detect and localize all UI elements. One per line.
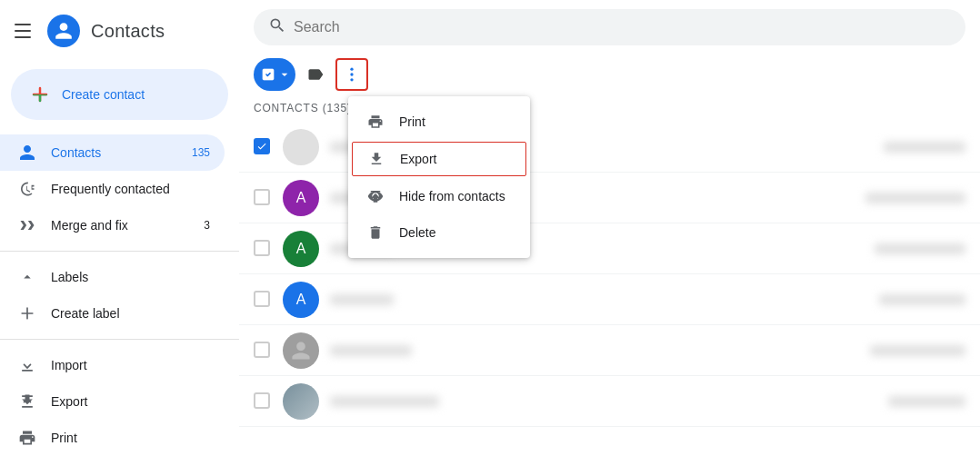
- avatar: [283, 332, 319, 369]
- checkbox[interactable]: [254, 240, 272, 258]
- contact-info: [330, 345, 859, 356]
- avatar: A: [283, 282, 319, 318]
- plus-icon: [29, 84, 51, 105]
- export-icon: [18, 392, 36, 411]
- sidebar-item-frequently-label: Frequently contacted: [51, 182, 170, 196]
- table-row[interactable]: [239, 376, 980, 427]
- history-icon: [18, 180, 36, 198]
- checkbox[interactable]: [254, 342, 272, 360]
- labels-label: Labels: [51, 270, 88, 284]
- hide-menu-label: Hide from contacts: [399, 189, 505, 203]
- delete-menu-label: Delete: [399, 225, 435, 240]
- person-icon: [18, 144, 36, 162]
- add-icon: [18, 304, 36, 322]
- sidebar-item-contacts-label: Contacts: [51, 145, 101, 160]
- print-menu-icon: [366, 113, 385, 131]
- search-input[interactable]: [294, 19, 951, 35]
- contact-name: [330, 294, 394, 305]
- create-contact-label: Create contact: [62, 87, 145, 102]
- menu-item-hide[interactable]: Hide from contacts: [348, 178, 530, 214]
- avatar: A: [283, 180, 319, 216]
- svg-point-2: [350, 73, 353, 75]
- export-sidebar-label: Export: [51, 394, 87, 409]
- contact-detail: [884, 142, 965, 153]
- create-contact-button[interactable]: Create contact: [11, 69, 228, 120]
- sidebar-item-import[interactable]: Import: [0, 347, 225, 383]
- contact-info: [330, 396, 877, 407]
- sidebar-item-print[interactable]: Print: [0, 420, 225, 456]
- sidebar-item-contacts[interactable]: Contacts 135: [0, 134, 225, 171]
- sidebar-item-contacts-badge: 135: [192, 146, 210, 159]
- sidebar: Contacts Create contact Contacts 135 Fre…: [0, 0, 239, 456]
- export-menu-label: Export: [400, 152, 436, 166]
- menu-item-print[interactable]: Print: [348, 104, 530, 140]
- search-icon: [268, 16, 286, 38]
- contact-name: [330, 345, 412, 356]
- menu-item-export[interactable]: Export: [352, 142, 526, 176]
- print-sidebar-label: Print: [51, 431, 77, 445]
- contact-detail: [888, 396, 965, 407]
- delete-menu-icon: [366, 223, 385, 242]
- avatar: [283, 383, 319, 420]
- contact-detail: [879, 294, 965, 305]
- sidebar-item-frequently-contacted[interactable]: Frequently contacted: [0, 171, 225, 207]
- app-title: Contacts: [91, 21, 165, 42]
- avatar: A: [283, 231, 319, 267]
- svg-point-1: [350, 68, 353, 71]
- sidebar-item-export[interactable]: Export: [0, 383, 225, 420]
- more-options-button[interactable]: [335, 58, 368, 91]
- contact-detail: [865, 193, 965, 203]
- checkbox[interactable]: [254, 291, 272, 309]
- select-all-button[interactable]: [254, 58, 295, 91]
- labels-section[interactable]: Labels: [0, 259, 239, 295]
- sidebar-item-merge-badge: 3: [204, 219, 210, 232]
- sidebar-header: Contacts: [0, 7, 239, 55]
- sidebar-item-merge-label: Merge and fix: [51, 218, 128, 233]
- contact-name: [330, 396, 439, 407]
- checkbox[interactable]: [254, 189, 272, 207]
- print-icon: [18, 429, 36, 447]
- search-bar[interactable]: [254, 9, 965, 45]
- toolbar: Print Export Hide from contacts: [239, 55, 980, 94]
- dropdown-menu: Print Export Hide from contacts: [348, 96, 530, 258]
- checkbox[interactable]: [254, 138, 272, 156]
- checkbox[interactable]: [254, 392, 272, 411]
- main-content: Print Export Hide from contacts: [239, 0, 980, 456]
- import-label: Import: [51, 358, 87, 372]
- label-button[interactable]: [299, 58, 332, 91]
- chevron-up-icon: [18, 268, 36, 286]
- print-menu-label: Print: [399, 114, 425, 129]
- hamburger-menu-icon[interactable]: [15, 20, 36, 42]
- create-label-label: Create label: [51, 306, 120, 321]
- sidebar-item-create-label[interactable]: Create label: [0, 295, 225, 332]
- table-row[interactable]: [239, 325, 980, 376]
- contact-detail: [875, 243, 965, 254]
- app-avatar-icon: [47, 15, 80, 47]
- merge-icon: [18, 216, 36, 234]
- hide-menu-icon: [366, 187, 385, 205]
- table-row[interactable]: A: [239, 274, 980, 325]
- menu-item-delete[interactable]: Delete: [348, 214, 530, 251]
- svg-point-3: [350, 78, 353, 81]
- sidebar-item-merge-fix[interactable]: Merge and fix 3: [0, 207, 225, 243]
- import-icon: [18, 356, 36, 374]
- avatar: [283, 129, 319, 165]
- export-menu-icon: [367, 150, 385, 168]
- contact-detail: [870, 345, 965, 356]
- contact-info: [330, 294, 868, 305]
